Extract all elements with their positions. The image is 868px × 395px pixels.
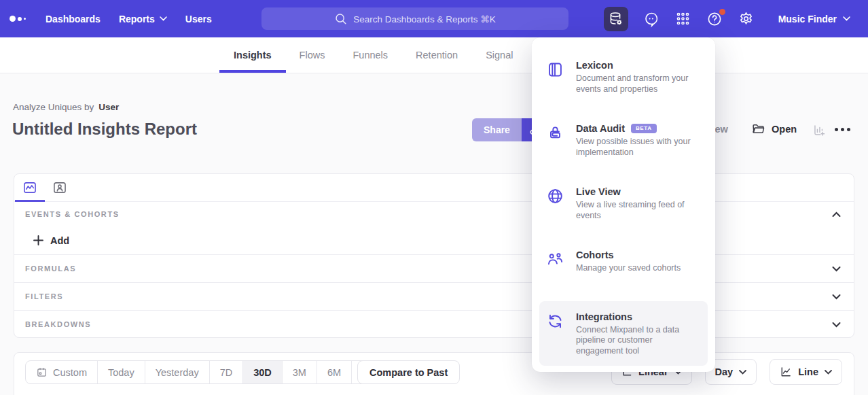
range-label: 30D — [253, 367, 272, 378]
menu-item-live-view[interactable]: Live View View a live streaming feed of … — [542, 185, 705, 222]
open-report-button[interactable]: Open — [751, 122, 797, 136]
section-label: BREAKDOWNS — [25, 320, 91, 328]
range-6m[interactable]: 6M — [317, 361, 351, 383]
range-30d[interactable]: 30D — [242, 361, 282, 383]
tab-funnels[interactable]: Funnels — [352, 37, 388, 73]
data-management-menu: Lexicon Document and transform your even… — [532, 37, 715, 372]
menu-item-title: Data Audit BETA — [576, 123, 697, 134]
feedback-button[interactable] — [643, 10, 660, 28]
menu-item-integrations[interactable]: Integrations Connect Mixpanel to a data … — [539, 301, 708, 366]
search-input[interactable]: Search Dashboards & Reports ⌘K — [261, 7, 568, 30]
chevron-down-icon[interactable] — [832, 322, 841, 328]
line-chart-icon — [780, 366, 792, 378]
breadcrumb-value[interactable]: User — [98, 102, 119, 112]
share-button[interactable]: Share — [472, 118, 522, 141]
workspace-label: Music Finder — [778, 14, 837, 24]
more-actions-button[interactable] — [835, 128, 850, 131]
range-label: 6M — [327, 367, 341, 378]
cohorts-people-icon — [546, 250, 564, 269]
menu-item-cohorts[interactable]: Cohorts Manage your saved cohorts — [542, 248, 705, 275]
range-yesterday[interactable]: Yesterday — [145, 361, 209, 383]
breadcrumb: Analyze Uniques byUser — [13, 102, 119, 112]
data-management-button[interactable] — [604, 7, 628, 31]
chart-type-dropdown[interactable]: Line — [770, 359, 842, 385]
compare-to-past-button[interactable]: Compare to Past — [357, 360, 460, 384]
breadcrumb-prefix: Analyze Uniques by — [13, 102, 94, 112]
sync-arrows-icon — [546, 312, 564, 330]
tab-label: Funnels — [352, 50, 388, 61]
range-label: Today — [108, 367, 134, 378]
section-formulas[interactable]: FORMULAS — [14, 254, 854, 282]
menu-item-title: Live View — [576, 186, 697, 197]
apps-grid-button[interactable] — [674, 10, 691, 27]
nav-item-label: Reports — [119, 14, 155, 24]
top-nav: Dashboards Reports Users Search Dashboar… — [0, 0, 868, 37]
add-to-dashboard-button[interactable] — [812, 123, 827, 137]
help-button[interactable] — [706, 10, 723, 28]
range-3m[interactable]: 3M — [282, 361, 317, 383]
chart-controls-card: Custom Today Yesterday 7D 30D 3M 6M 12M … — [14, 352, 854, 395]
menu-item-description: Connect Mixpanel to a data pipeline or c… — [576, 325, 697, 357]
apps-grid-icon — [674, 10, 691, 27]
tab-signal[interactable]: Signal — [486, 37, 513, 73]
dot — [841, 128, 844, 131]
chart-add-icon — [812, 123, 827, 137]
speech-bubble-icon — [643, 10, 660, 28]
share-label: Share — [484, 124, 510, 135]
user-tab-icon — [52, 180, 67, 195]
nav-item-dashboards[interactable]: Dashboards — [46, 14, 101, 24]
tab-events-mode[interactable] — [15, 174, 45, 201]
workspace-switcher[interactable]: Music Finder — [778, 14, 850, 24]
chevron-down-icon — [739, 370, 746, 375]
range-7d[interactable]: 7D — [209, 361, 243, 383]
folder-icon — [751, 122, 765, 136]
report-tabbar: Insights Flows Funnels Retention Signal … — [0, 37, 868, 73]
tab-retention[interactable]: Retention — [416, 37, 458, 73]
menu-item-body: Integrations Connect Mixpanel to a data … — [576, 311, 697, 357]
menu-item-body: Live View View a live streaming feed of … — [576, 186, 697, 221]
gear-icon — [738, 10, 755, 27]
menu-item-description: View possible issues with your implement… — [576, 137, 697, 158]
open-label: Open — [772, 124, 797, 135]
query-builder-card: EVENTS & COHORTS Add FORMULAS FILTERS BR… — [14, 173, 854, 338]
tab-label: Insights — [234, 50, 272, 61]
chevron-down-icon[interactable] — [832, 294, 841, 300]
menu-item-data-audit[interactable]: Data Audit BETA View possible issues wit… — [542, 122, 705, 159]
menu-item-lexicon[interactable]: Lexicon Document and transform your even… — [542, 58, 705, 96]
menu-item-title: Lexicon — [576, 60, 697, 71]
range-custom[interactable]: Custom — [26, 361, 97, 383]
tab-users-mode[interactable] — [45, 174, 75, 201]
menu-item-description: Document and transform your events and p… — [576, 73, 697, 95]
menu-item-body: Data Audit BETA View possible issues wit… — [576, 123, 697, 158]
nav-item-users[interactable]: Users — [185, 14, 212, 24]
add-label: Add — [50, 235, 69, 246]
tab-flows[interactable]: Flows — [300, 37, 325, 73]
range-label: Custom — [53, 367, 87, 378]
add-event-button[interactable]: Add — [33, 235, 69, 246]
menu-item-description: Manage your saved cohorts — [576, 263, 697, 274]
lock-audit-icon — [546, 124, 564, 142]
chevron-down-icon — [160, 16, 167, 21]
tab-insights[interactable]: Insights — [234, 37, 272, 73]
query-mode-tabs — [14, 174, 854, 202]
page-title[interactable]: Untitled Insights Report — [12, 120, 197, 139]
tab-label: Signal — [486, 50, 513, 61]
chevron-down-icon[interactable] — [832, 266, 841, 272]
section-events-cohorts[interactable]: EVENTS & COHORTS — [14, 202, 854, 226]
menu-item-title: Cohorts — [576, 250, 697, 260]
menu-item-body: Lexicon Document and transform your even… — [576, 60, 697, 95]
chevron-up-icon[interactable] — [832, 211, 841, 218]
section-label: FORMULAS — [25, 264, 76, 273]
chevron-down-icon — [825, 370, 832, 375]
tab-label: Retention — [416, 50, 458, 61]
settings-button[interactable] — [738, 10, 755, 27]
mixpanel-logo-icon[interactable] — [10, 16, 27, 22]
nav-item-reports[interactable]: Reports — [119, 14, 167, 24]
line-chart-tab-icon — [22, 180, 37, 195]
section-filters[interactable]: FILTERS — [14, 282, 854, 310]
range-today[interactable]: Today — [97, 361, 145, 383]
section-breakdowns[interactable]: BREAKDOWNS — [14, 310, 854, 338]
database-gear-icon — [608, 11, 624, 27]
beta-badge: BETA — [631, 124, 657, 133]
interval-label: Day — [715, 366, 734, 377]
